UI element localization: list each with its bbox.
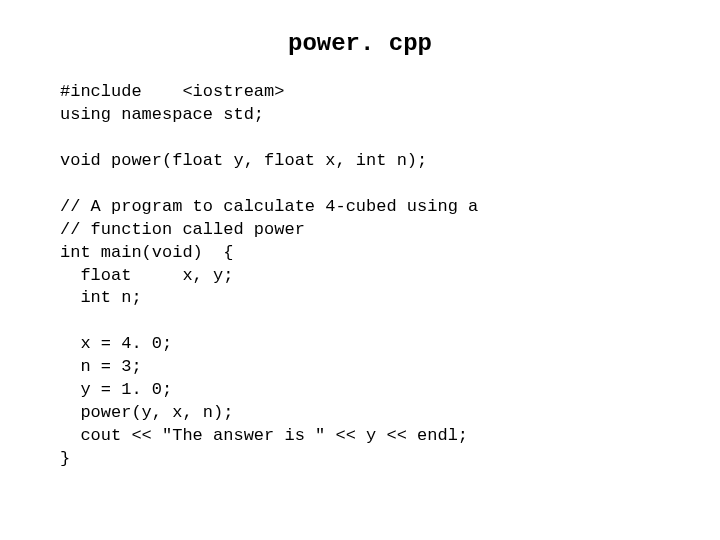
code-listing: #include <iostream> using namespace std;… bbox=[60, 81, 660, 471]
file-title: power. cpp bbox=[60, 30, 660, 57]
